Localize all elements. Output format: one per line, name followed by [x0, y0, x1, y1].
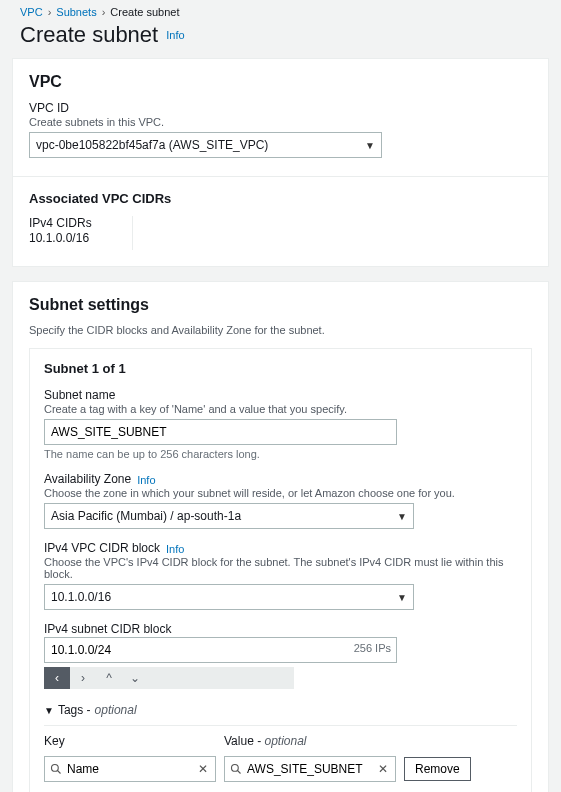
tag-key-input-wrap: ✕ [44, 756, 216, 782]
caret-down-icon: ▼ [44, 705, 54, 716]
svg-line-3 [238, 771, 241, 774]
chevron-down-icon: ⌄ [130, 671, 140, 685]
chevron-right-icon: › [102, 6, 106, 18]
az-info-link[interactable]: Info [137, 474, 155, 486]
subnet-cidr-field: IPv4 subnet CIDR block 256 IPs ‹ › ^ ⌄ [44, 622, 517, 689]
chevron-right-icon: › [48, 6, 52, 18]
tags-optional: optional [95, 703, 137, 717]
vpc-id-help: Create subnets in this VPC. [29, 116, 532, 128]
svg-point-2 [232, 765, 239, 772]
vpc-panel: VPC VPC ID Create subnets in this VPC. v… [12, 58, 549, 267]
tag-value-input[interactable] [247, 762, 376, 776]
subnet-counter: Subnet 1 of 1 [44, 361, 517, 376]
vpc-cidr-value: 10.1.0.0/16 [51, 590, 111, 604]
cidr-stepper: ‹ › ^ ⌄ [44, 667, 294, 689]
tag-value-optional: optional [264, 734, 306, 748]
vpc-id-label: VPC ID [29, 101, 532, 115]
subnet-settings-panel: Subnet settings Specify the CIDR blocks … [12, 281, 549, 792]
az-label: Availability Zone [44, 472, 131, 486]
clear-icon[interactable]: ✕ [376, 762, 390, 776]
az-help: Choose the zone in which your subnet wil… [44, 487, 517, 499]
subnet-cidr-input[interactable] [51, 643, 390, 657]
vpc-cidr-field: IPv4 VPC CIDR block Info Choose the VPC'… [44, 541, 517, 610]
ipv4-cidrs-label: IPv4 CIDRs [29, 216, 92, 230]
tag-key-input[interactable] [67, 762, 196, 776]
breadcrumb-vpc[interactable]: VPC [20, 6, 43, 18]
info-link[interactable]: Info [166, 29, 184, 41]
tags-grid: Key Value - optional ✕ ✕ Remove [44, 734, 517, 782]
vpc-cidr-label: IPv4 VPC CIDR block [44, 541, 160, 555]
svg-point-0 [52, 765, 59, 772]
az-field: Availability Zone Info Choose the zone i… [44, 472, 517, 529]
chevron-right-icon: › [81, 671, 85, 685]
chevron-left-icon: ‹ [55, 671, 59, 685]
subnet-settings-help: Specify the CIDR blocks and Availability… [29, 324, 532, 336]
vertical-divider [132, 216, 133, 250]
ipv4-cidrs-value: 10.1.0.0/16 [29, 231, 92, 245]
subnet-name-field: Subnet name Create a tag with a key of '… [44, 388, 517, 460]
subnet-cidr-ips: 256 IPs [354, 642, 391, 654]
caret-down-icon: ▼ [397, 511, 407, 522]
breadcrumb: VPC › Subnets › Create subnet [0, 0, 561, 22]
cidr-up-button[interactable]: ^ [96, 667, 122, 689]
search-icon [230, 763, 242, 775]
subnet-name-input-wrap [44, 419, 397, 445]
cidr-down-button[interactable]: ⌄ [122, 667, 148, 689]
vpc-cidr-select[interactable]: 10.1.0.0/16 ▼ [44, 584, 414, 610]
breadcrumb-current: Create subnet [110, 6, 179, 18]
subnet-settings-title: Subnet settings [29, 296, 532, 314]
divider [13, 176, 548, 177]
search-icon [50, 763, 62, 775]
cidr-prev-button[interactable]: ‹ [44, 667, 70, 689]
assoc-cidrs-title: Associated VPC CIDRs [29, 191, 532, 206]
vpc-id-value: vpc-0be105822bf45af7a (AWS_SITE_VPC) [36, 138, 268, 152]
az-value: Asia Pacific (Mumbai) / ap-south-1a [51, 509, 241, 523]
vpc-cidr-info-link[interactable]: Info [166, 543, 184, 555]
tag-key-label: Key [44, 734, 216, 748]
remove-tag-button[interactable]: Remove [404, 757, 471, 781]
vpc-id-select[interactable]: vpc-0be105822bf45af7a (AWS_SITE_VPC) ▼ [29, 132, 382, 158]
vpc-cidr-help: Choose the VPC's IPv4 CIDR block for the… [44, 556, 517, 580]
chevron-up-icon: ^ [106, 671, 112, 685]
subnet-cidr-label: IPv4 subnet CIDR block [44, 622, 517, 636]
svg-line-1 [58, 771, 61, 774]
subnet-name-below: The name can be up to 256 characters lon… [44, 448, 517, 460]
tag-value-label-wrap: Value - optional [224, 734, 396, 748]
tag-value-label: Value - [224, 734, 264, 748]
page-title: Create subnet [20, 22, 158, 48]
caret-down-icon: ▼ [397, 592, 407, 603]
subnet-name-help: Create a tag with a key of 'Name' and a … [44, 403, 517, 415]
cidr-next-button[interactable]: › [70, 667, 96, 689]
page-title-row: Create subnet Info [0, 22, 561, 58]
subnet-name-input[interactable] [51, 425, 390, 439]
clear-icon[interactable]: ✕ [196, 762, 210, 776]
tag-value-input-wrap: ✕ [224, 756, 396, 782]
subnet-card: Subnet 1 of 1 Subnet name Create a tag w… [29, 348, 532, 792]
az-select[interactable]: Asia Pacific (Mumbai) / ap-south-1a ▼ [44, 503, 414, 529]
vpc-panel-title: VPC [29, 73, 532, 91]
subnet-name-label: Subnet name [44, 388, 517, 402]
divider [44, 725, 517, 726]
tags-label: Tags - [58, 703, 91, 717]
vpc-id-field: VPC ID Create subnets in this VPC. vpc-0… [29, 101, 532, 158]
caret-down-icon: ▼ [365, 140, 375, 151]
tags-header[interactable]: ▼ Tags - optional [44, 703, 517, 717]
breadcrumb-subnets[interactable]: Subnets [56, 6, 96, 18]
